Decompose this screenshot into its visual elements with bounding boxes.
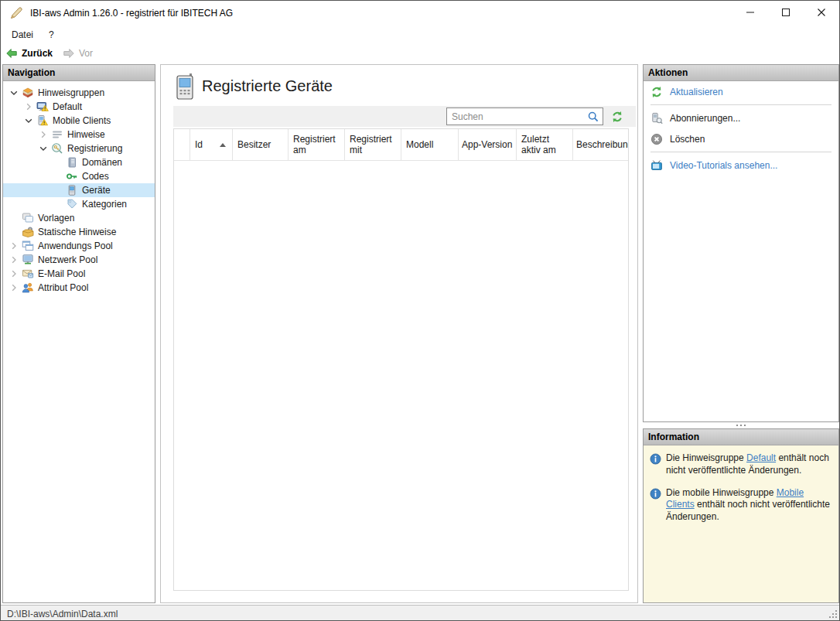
chevron-right-icon[interactable]: [8, 281, 20, 294]
menubar: Datei ?: [1, 25, 839, 44]
tree-item-label: Kategorien: [82, 199, 127, 210]
titlebar: IBI-aws Admin 1.26.0 - registriert für I…: [1, 1, 839, 25]
layers-icon: [22, 87, 34, 99]
page-title: Registrierte Geräte: [202, 77, 333, 95]
minimize-icon: [746, 8, 754, 19]
actions-panel: Aktionen AktualisierenAbonnierungen...Lö…: [643, 64, 839, 422]
column-header-besitzer[interactable]: Besitzer: [233, 129, 289, 160]
chevron-right-icon[interactable]: [8, 254, 20, 266]
resize-grip[interactable]: [828, 609, 838, 619]
phone-warning-icon: [36, 114, 49, 127]
tag-icon: [66, 198, 78, 210]
column-header-zuletzt-aktiv-am[interactable]: Zuletzt aktiv am: [517, 129, 573, 160]
action-aktualisieren[interactable]: Aktualisieren: [644, 81, 838, 102]
app-windows-icon: [22, 240, 34, 252]
chevron-spacer: [52, 170, 64, 183]
tree-item-default[interactable]: Default: [3, 100, 155, 114]
nav-toolbar: Zurück Vor: [1, 44, 839, 62]
tree-item-label: Anwendungs Pool: [38, 241, 113, 251]
mail-icon: [22, 268, 34, 280]
key-icon: [66, 170, 78, 183]
refresh-button[interactable]: [611, 111, 623, 123]
main-panel: Registrierte Geräte IdBesitzerRegistrier…: [160, 64, 638, 603]
column-header-id[interactable]: Id: [190, 129, 233, 160]
tree-item-registrierung[interactable]: Registrierung: [3, 142, 155, 155]
action-label: Aktualisieren: [670, 87, 723, 97]
search-input[interactable]: [447, 111, 587, 122]
app-logo-icon: [9, 6, 23, 20]
tree-item-label: Default: [53, 101, 82, 112]
minimize-button[interactable]: [732, 1, 768, 25]
maximize-icon: [782, 8, 790, 19]
tree-item-mobile-clients[interactable]: Mobile Clients: [3, 114, 155, 128]
tree-item-e-mail-pool[interactable]: E-Mail Pool: [3, 267, 155, 281]
tree-item-label: Mobile Clients: [53, 115, 111, 126]
column-header-beschreibung[interactable]: Beschreibung: [573, 129, 629, 160]
chevron-right-icon[interactable]: [8, 268, 20, 280]
close-button[interactable]: [804, 1, 839, 25]
panel-splitter-handle[interactable]: [643, 422, 839, 428]
close-icon: [818, 8, 825, 19]
tree-item-statische-hinweise[interactable]: Statische Hinweise: [3, 225, 155, 239]
search-icon[interactable]: [587, 111, 603, 123]
actions-separator: [650, 104, 831, 105]
action-löschen[interactable]: Löschen: [644, 128, 838, 149]
column-header-label: Modell: [406, 139, 433, 150]
subscriptions-icon: [650, 112, 663, 125]
column-header-row-selector[interactable]: [174, 129, 190, 160]
chevron-right-icon[interactable]: [37, 128, 50, 141]
tv-icon: [650, 159, 663, 172]
tree-item-label: Registrierung: [67, 143, 122, 154]
column-header-label: Beschreibung: [576, 139, 629, 150]
tree-item-attribut-pool[interactable]: Attribut Pool: [3, 281, 155, 295]
monitor-warning-icon: [36, 101, 49, 113]
chevron-right-icon[interactable]: [8, 240, 20, 252]
column-header-registriert-am[interactable]: Registriert am: [289, 129, 345, 160]
information-list: Die Hinweisgruppe Default enthält noch n…: [644, 445, 838, 524]
tree-item-kategorien[interactable]: Kategorien: [3, 197, 155, 211]
chevron-right-icon[interactable]: [22, 101, 35, 113]
templates-icon: [22, 212, 34, 224]
menu-item-datei[interactable]: Datei: [1, 25, 41, 44]
tree-item-codes[interactable]: Codes: [3, 169, 155, 183]
tree-item-vorlagen[interactable]: Vorlagen: [3, 211, 155, 225]
tree-item-hinweise[interactable]: Hinweise: [3, 128, 155, 142]
navigation-panel: Navigation HinweisgruppenDefaultMobile C…: [2, 64, 155, 603]
maximize-button[interactable]: [768, 1, 804, 25]
tree-item-domänen[interactable]: Domänen: [3, 155, 155, 169]
back-button[interactable]: Zurück: [5, 47, 53, 60]
info-link-mobile-clients[interactable]: Mobile Clients: [666, 487, 804, 510]
chevron-spacer: [52, 198, 64, 210]
column-header-label: Besitzer: [237, 139, 271, 150]
chevron-spacer: [8, 226, 20, 238]
network-icon: [22, 254, 34, 266]
action-label: Video-Tutorials ansehen...: [670, 160, 777, 171]
actions-separator: [650, 152, 831, 152]
action-video-tutorials-ansehen[interactable]: Video-Tutorials ansehen...: [644, 155, 838, 176]
action-label: Abonnierungen...: [670, 113, 740, 124]
forward-button[interactable]: Vor: [63, 47, 93, 60]
chevron-down-icon[interactable]: [22, 114, 35, 127]
device-icon: [66, 184, 78, 196]
tree-item-anwendungs-pool[interactable]: Anwendungs Pool: [3, 239, 155, 253]
chevron-down-icon[interactable]: [8, 87, 20, 99]
statusbar: D:\IBI-aws\Admin\Data.xml: [1, 605, 839, 621]
navigation-tree: HinweisgruppenDefaultMobile ClientsHinwe…: [3, 81, 155, 295]
tree-item-label: Netzwerk Pool: [38, 254, 97, 265]
action-abonnierungen[interactable]: Abonnierungen...: [644, 107, 838, 128]
column-header-label: Registriert am: [293, 134, 340, 156]
refresh-icon: [650, 86, 663, 98]
tree-item-geräte[interactable]: Geräte: [3, 183, 155, 197]
column-header-app-version[interactable]: App-Version: [459, 129, 517, 160]
tree-item-hinweisgruppen[interactable]: Hinweisgruppen: [3, 86, 155, 100]
actions-list: AktualisierenAbonnierungen...LöschenVide…: [644, 81, 838, 176]
app-window: IBI-aws Admin 1.26.0 - registriert für I…: [0, 0, 840, 621]
menu-item-help[interactable]: ?: [41, 25, 62, 44]
column-header-modell[interactable]: Modell: [401, 129, 459, 160]
info-icon: [650, 488, 661, 500]
back-button-label: Zurück: [22, 48, 53, 59]
tree-item-netzwerk-pool[interactable]: Netzwerk Pool: [3, 253, 155, 267]
info-link-default[interactable]: Default: [746, 452, 776, 463]
chevron-down-icon[interactable]: [37, 142, 50, 155]
column-header-registriert-mit[interactable]: Registriert mit: [345, 129, 401, 160]
